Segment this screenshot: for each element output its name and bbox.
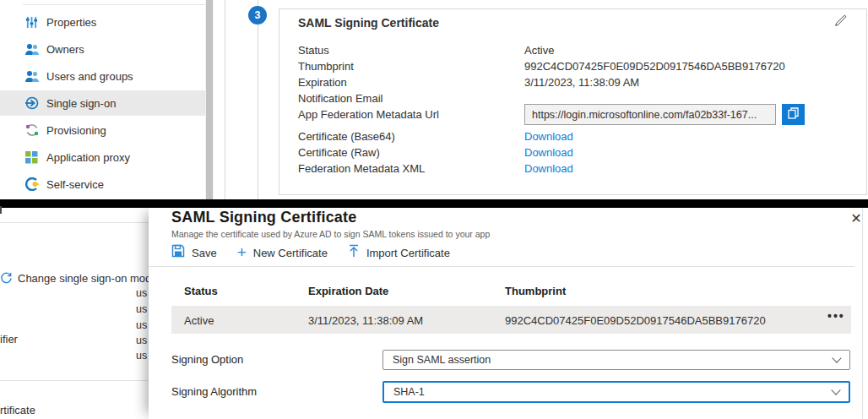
sidebar-item-self-service[interactable]: Self-service [0,171,205,197]
signing-option-value: Sign SAML assertion [393,354,833,366]
dialog-subtitle: Manage the certificate used by Azure AD … [171,229,490,239]
sidebar-right-border [225,0,225,199]
signing-option-dropdown[interactable]: Sign SAML assertion [382,350,850,370]
copy-icon [788,107,799,122]
sidebar-divider [23,4,209,5]
sidebar-item-label: Self-service [46,178,104,191]
top-section: Properties Owners Users and groups Singl… [0,0,868,199]
new-certificate-button[interactable]: + New Certificate [237,246,339,259]
row-expiration-cell: 3/11/2023, 11:38:09 AM [308,314,423,327]
owners-people-icon [24,42,39,57]
field-label-status: Status [298,44,329,57]
field-label-thumbprint: Thumbprint [298,60,354,73]
field-label-federation-metadata-xml: Federation Metadata XML [298,162,425,175]
sidebar-item-properties[interactable]: Properties [0,9,205,35]
self-service-key-icon [24,177,39,192]
provisioning-sync-icon [24,123,39,138]
field-label-expiration: Expiration [298,76,347,89]
save-button[interactable]: Save [171,244,229,261]
sidebar-item-application-proxy[interactable]: Application proxy [0,144,205,170]
properties-sliders-icon [24,15,39,30]
sidebar-item-label: Users and groups [46,70,133,83]
sidebar-item-label: Single sign-on [46,97,116,110]
toolbar-divider [149,266,854,267]
import-upload-icon [348,244,360,261]
field-value-expiration: 3/11/2023, 11:38:09 AM [524,76,639,89]
field-label-notification-email: Notification Email [298,92,382,105]
save-floppy-icon [171,244,185,261]
sidebar-item-label: Owners [46,43,84,56]
new-certificate-label: New Certificate [253,247,328,259]
dialog-title: SAML Signing Certificate [171,209,357,226]
sidebar-item-label: Application proxy [46,151,130,164]
sidebar-item-label: Properties [46,16,96,29]
application-proxy-icon [24,150,39,165]
sidebar-scrollbar-thumb[interactable] [206,0,213,199]
clipped-attribute-text: us [136,303,148,315]
clipped-attribute-text: us [136,287,148,299]
step-connector-line [258,0,258,199]
download-raw-link[interactable]: Download [524,146,573,159]
background-divider-2 [0,380,149,381]
download-metadata-xml-link[interactable]: Download [524,162,573,175]
sidebar-item-provisioning[interactable]: Provisioning [0,117,205,143]
signing-algorithm-label: Signing Algorithm [171,385,257,398]
panel-title: SAML Signing Certificate [298,16,439,30]
sidebar-item-owners[interactable]: Owners [0,36,205,62]
single-sign-on-icon [24,96,39,111]
column-header-expiration: Expiration Date [308,285,388,297]
signing-algorithm-value: SHA-1 [393,386,833,398]
row-context-menu-ellipsis[interactable]: ••• [827,309,845,323]
background-divider-1 [0,222,149,223]
step-3-badge: 3 [248,6,267,24]
change-sso-mode-label: Change single sign-on mod [18,272,149,285]
sidebar-scrollbar[interactable] [205,0,214,199]
saml-signing-certificate-dialog: SAML Signing Certificate Manage the cert… [149,208,863,419]
black-divider-bar [0,199,868,208]
chevron-down-icon [832,353,841,362]
users-groups-people-icon [24,69,39,84]
download-base64-link[interactable]: Download [524,130,573,143]
change-mode-refresh-icon [0,271,13,286]
field-value-thumbprint: 992C4CD07425F0E09D52D0917546DA5BB9176720 [524,60,785,73]
row-status-cell: Active [184,314,214,327]
app-sidebar: Properties Owners Users and groups Singl… [0,0,205,199]
clipped-attribute-text: us [136,319,148,331]
clipped-attribute-text: us [136,335,148,346]
change-sso-mode-button[interactable]: Change single sign-on mod [0,270,149,286]
column-header-status: Status [184,285,218,297]
certificate-clipped-label: rtificate [0,404,35,416]
field-value-status: Active [524,44,554,57]
import-certificate-label: Import Certificate [366,247,450,259]
field-label-certificate-raw: Certificate (Raw) [298,146,380,159]
clipped-attribute-text: us [136,350,148,362]
sidebar-item-users-and-groups[interactable]: Users and groups [0,63,205,89]
metadata-url-input[interactable] [524,104,776,125]
row-thumbprint-cell: 992C4CD07425F0E09D52D0917546DA5BB9176720 [505,314,766,327]
identifier-clipped-label: ifier [0,333,18,346]
import-certificate-button[interactable]: Import Certificate [348,244,462,261]
signing-option-label: Signing Option [171,353,243,366]
column-header-thumbprint: Thumbprint [505,285,566,297]
close-icon[interactable]: ✕ [848,210,865,226]
save-label: Save [192,247,217,259]
sidebar-item-single-sign-on[interactable]: Single sign-on [0,90,205,116]
edit-pencil-icon[interactable] [831,11,849,30]
copy-url-button[interactable] [782,104,805,125]
saml-certificate-summary-panel: SAML Signing Certificate Status Active T… [279,8,867,195]
plus-icon: + [237,246,247,259]
field-label-certificate-base64: Certificate (Base64) [298,130,395,143]
field-label-app-federation-metadata-url: App Federation Metadata Url [298,108,439,121]
signing-algorithm-dropdown[interactable]: SHA-1 [382,381,850,403]
sidebar-item-label: Provisioning [46,124,106,137]
chevron-down-icon [831,385,840,395]
clipped-text-tick [0,206,2,214]
dialog-toolbar: Save + New Certificate Import Certificat… [171,243,462,262]
